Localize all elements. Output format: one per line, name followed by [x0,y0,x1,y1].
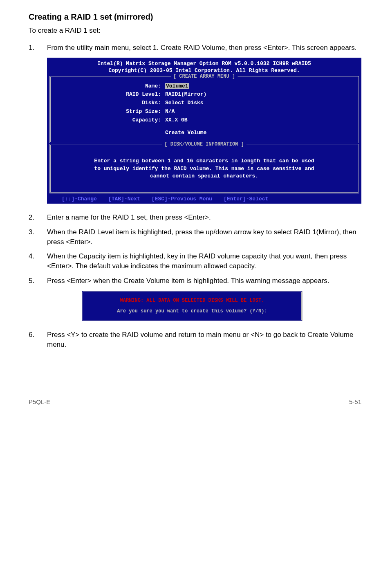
step-2: 2. Enter a name for the RAID 1 set, then… [29,213,361,222]
name-label: Name: [51,82,165,91]
step-text: Enter a name for the RAID 1 set, then pr… [47,213,361,222]
bios-bottom-bar: [↑↓]-Change [TAB]-Next [ESC]-Previous Me… [47,194,361,204]
section-heading: Creating a RAID 1 set (mirrored) [29,12,361,22]
step-number: 3. [29,227,47,247]
step-number: 4. [29,251,47,271]
info-line-1: Enter a string between 1 and 16 characte… [67,157,341,165]
bios-screen: Intel(R) Matrix Storage Manager Option R… [47,58,361,204]
step-1: 1. From the utility main menu, select 1.… [29,43,361,53]
step-text: Press <Enter> when the Create Volume ite… [47,276,361,286]
footer-right: 5-51 [349,398,361,405]
step-number: 6. [29,330,47,350]
disks-value[interactable]: Select Disks [165,99,358,108]
step-number: 5. [29,276,47,286]
nav-change[interactable]: [↑↓]-Change [62,196,97,202]
step-number: 1. [29,43,47,53]
step-3: 3. When the RAID Level item is highlight… [29,227,361,247]
step-number: 2. [29,213,47,222]
page-footer: P5QL-E 5-51 [29,398,361,405]
strip-size-label: Strip Size: [51,108,165,116]
raid-level-label: RAID Level: [51,90,165,99]
warning-text: WARNING: ALL DATA ON SELECTED DISKS WILL… [89,298,296,303]
raid-level-value[interactable]: RAID1(Mirror) [165,90,358,99]
step-5: 5. Press <Enter> when the Create Volume … [29,276,361,286]
step-text: When the Capacity item is highlighted, k… [47,251,361,271]
bios-title-line1: Intel(R) Matrix Storage Manager Option R… [47,60,361,67]
step-4: 4. When the Capacity item is highlighted… [29,251,361,271]
capacity-label: Capacity: [51,116,165,125]
step-text: When the RAID Level item is highlighted,… [47,227,361,247]
name-value[interactable]: Volume1 [165,83,189,89]
bios-header: Intel(R) Matrix Storage Manager Option R… [47,58,361,75]
nav-esc-previous[interactable]: [ESC]-Previous Menu [152,196,212,202]
step-6: 6. Press <Y> to create the RAID volume a… [29,330,361,350]
footer-left: P5QL-E [29,398,50,405]
strip-size-value: N/A [165,108,358,116]
capacity-value[interactable]: XX.X GB [165,116,358,125]
nav-enter-select[interactable]: [Enter]-Select [224,196,268,202]
nav-tab-next[interactable]: [TAB]-Next [108,196,140,202]
create-array-menu-label: [ CREATE ARRAY MENU ] [171,74,238,79]
confirm-prompt[interactable]: Are you sure you want to create this vol… [89,308,296,314]
disk-volume-info-label: [ DISK/VOLUME INFORMATION ] [162,141,246,147]
disks-label: Disks: [51,99,165,108]
warning-dialog: WARNING: ALL DATA ON SELECTED DISKS WILL… [82,291,303,321]
info-line-2: to uniquely identify the RAID volume. Th… [67,165,341,173]
info-line-3: cannot contain special characters. [67,173,341,180]
create-volume-action[interactable]: Create Volume [165,129,358,137]
step-text: Press <Y> to create the RAID volume and … [47,330,361,350]
disk-volume-info-section: [ DISK/VOLUME INFORMATION ] Enter a stri… [49,144,359,193]
create-array-menu-section: [ CREATE ARRAY MENU ] Name: Volume1 RAID… [49,76,359,144]
step-text: From the utility main menu, select 1. Cr… [47,43,361,53]
create-volume-spacer [51,129,165,137]
intro-text: To create a RAID 1 set: [29,26,361,36]
